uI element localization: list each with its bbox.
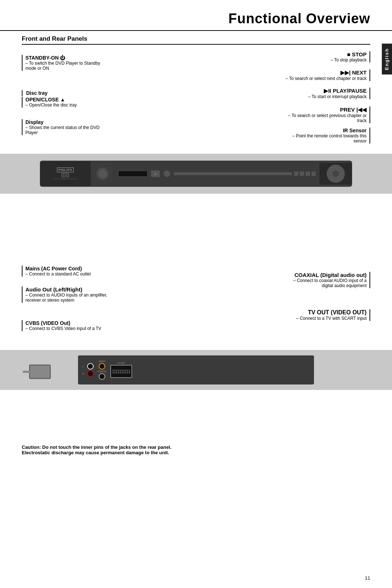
ir-sensor-label: IR Sensor – Point the remote control tow… <box>254 128 370 144</box>
r-label: R <box>82 372 86 375</box>
stop-desc1: – To stop playback <box>269 57 367 63</box>
tv-out-desc1: – Connect to a TV with SCART input <box>247 316 367 321</box>
prev-title: PREV |◀◀ <box>243 106 367 113</box>
coaxial-rear-label: COAXIAL <box>97 370 107 372</box>
scart-pin <box>125 370 126 371</box>
caution-line2: Electrostatic discharge may cause perman… <box>22 450 370 455</box>
front-device-illustration: PHILIPS DVD DVD VIDEO PLAYER ▲ <box>0 154 392 194</box>
scart-pin <box>118 370 119 371</box>
sidebar-english-tab: English <box>382 44 392 74</box>
scart-pin <box>129 372 130 374</box>
caution-line1: Caution: Do not touch the inner pins of … <box>22 444 370 450</box>
coaxial-desc2: digital audio equipment <box>232 283 367 288</box>
device-right-controls <box>319 163 352 185</box>
mains-desc1: – Connect to a standard AC outlet <box>25 271 116 277</box>
video-label: VIDEO <box>99 360 106 362</box>
scart-pin <box>122 370 123 371</box>
scart-pin <box>123 372 124 374</box>
scart-pin <box>123 370 124 371</box>
disc-tray-label: Disc tray <box>22 90 48 96</box>
device-left-section: PHILIPS DVD DVD VIDEO PLAYER <box>40 161 91 186</box>
front-panel-section: STANDBY-ON ⏻ – To switch the DVD Player … <box>22 48 370 194</box>
playback-btn-1 <box>294 172 298 176</box>
audio-out-desc2: receiver or stereo system <box>25 298 131 303</box>
coaxial-title: COAXIAL (Digital audio out) <box>232 272 367 278</box>
tv-out-title: TV OUT (VIDEO OUT) <box>247 309 367 316</box>
device-buttons: ▲ <box>150 170 172 177</box>
lr-rca-group: L R <box>82 363 94 377</box>
scart-pin <box>127 372 128 374</box>
open-close-desc1: – Open/Close the disc tray <box>25 102 109 108</box>
cvbs-desc1: – Connect to CVBS Video input of a TV <box>25 326 123 331</box>
scart-pin <box>116 372 117 374</box>
ir-sensor-desc2: sensor <box>254 138 367 144</box>
device-disc <box>94 165 112 183</box>
ir-sensor-title: IR Sensor <box>254 128 367 133</box>
l-rca: L <box>82 363 94 370</box>
scart-connector <box>110 365 132 378</box>
playback-btn-4 <box>311 172 316 176</box>
standby-on-label: STANDBY-ON ⏻ – To switch the DVD Player … <box>22 55 109 71</box>
section-title: Front and Rear Panels <box>22 35 87 43</box>
audio-out-title: Audio Out (Left/Right) <box>25 286 131 293</box>
mains-title: Mains (AC Power Cord) <box>25 266 116 271</box>
display-desc2: Player <box>25 130 109 135</box>
dvd-logo: DVD <box>62 173 69 177</box>
r-rca: R <box>82 370 94 377</box>
page-number: 11 <box>365 575 370 581</box>
ir-sensor-desc1: – Point the remote control towards this <box>254 133 367 138</box>
l-rca-jack <box>87 363 94 370</box>
scart-pin <box>120 370 121 371</box>
device-dpad <box>327 165 345 183</box>
device-circle-btn <box>164 170 170 177</box>
device-display <box>118 171 147 177</box>
scart-pins <box>113 370 130 374</box>
play-pause-label: ▶II PLAY/PAUSE – To start or interrupt p… <box>261 88 370 99</box>
display-desc1: – Shows the current status of the DVD <box>25 125 109 130</box>
mains-label: Mains (AC Power Cord) – Connect to a sta… <box>22 266 116 277</box>
scart-pin <box>113 370 114 371</box>
rear-device-body: L R VIDEO COAXIAL TV OU <box>78 355 314 384</box>
dpad-center <box>332 170 339 177</box>
device-tray-slot <box>174 172 292 175</box>
open-close-btn: ▲ <box>151 170 160 177</box>
page-header: Functional Overview <box>0 0 392 31</box>
cvbs-label: CVBS (VIDEO Out) – Connect to CVBS Video… <box>22 320 123 331</box>
playback-btns <box>294 172 316 176</box>
tv-out-label: TV OUT (VIDEO OUT) – Connect to a TV wit… <box>247 309 370 321</box>
device-middle: ▲ <box>115 170 319 177</box>
coaxial-label: COAXIAL (Digital audio out) – Connect to… <box>232 272 370 288</box>
coaxial-jack <box>99 373 105 380</box>
standby-on-title: STANDBY-ON ⏻ <box>25 55 109 61</box>
scart-pin <box>129 370 130 371</box>
standby-on-desc1: – To switch the DVD Player to Standby <box>25 61 109 66</box>
scart-pin <box>116 370 117 371</box>
standby-on-desc2: mode or ON <box>25 66 109 71</box>
next-desc1: – To search or select next chapter or tr… <box>232 76 367 81</box>
scart-pin <box>114 372 115 374</box>
post-rear-gap <box>22 390 370 437</box>
scart-pin <box>120 372 121 374</box>
device-model-label: DVD VIDEO PLAYER <box>54 178 77 180</box>
scart-pin <box>122 372 123 374</box>
scart-pin <box>113 372 114 374</box>
video-jack <box>99 363 105 370</box>
display-label: Display – Shows the current status of th… <box>22 119 109 135</box>
play-pause-title: ▶II PLAY/PAUSE <box>261 88 367 94</box>
rear-device-illustration: L R VIDEO COAXIAL TV OU <box>0 350 392 390</box>
scart-pin <box>114 370 115 371</box>
coaxial-desc1: – Connect to coaxial AUDIO input of a <box>232 278 367 283</box>
video-coaxial-group: VIDEO COAXIAL <box>97 360 107 380</box>
caution-section: Caution: Do not touch the inner pins of … <box>0 437 392 463</box>
stop-title: ■ STOP <box>269 51 367 57</box>
next-label: ▶▶| NEXT – To search or select next chap… <box>232 69 370 81</box>
tv-out-group: TV OUT <box>110 362 132 378</box>
audio-out-desc1: – Connect to AUDIO inputs of an amplifie… <box>25 293 131 298</box>
l-label: L <box>82 365 86 367</box>
audio-out-label: Audio Out (Left/Right) – Connect to AUDI… <box>22 286 131 303</box>
play-pause-desc1: – To start or interrupt playback <box>261 94 367 99</box>
scart-pin <box>127 370 128 371</box>
scart-pin <box>118 372 119 374</box>
prev-label: PREV |◀◀ – To search or select previous … <box>243 106 370 123</box>
section-gap <box>22 194 370 259</box>
